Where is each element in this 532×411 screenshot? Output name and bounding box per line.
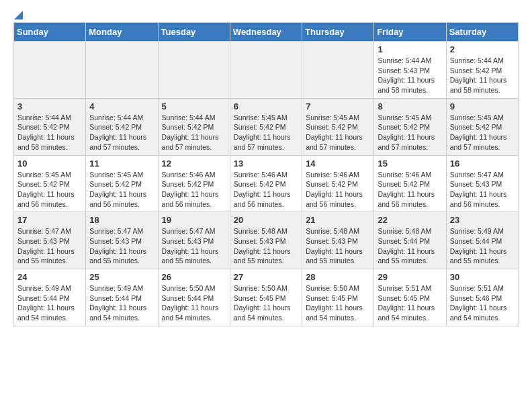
day-cell: 17Sunrise: 5:47 AM Sunset: 5:43 PM Dayli… [14,212,86,269]
week-row-3: 10Sunrise: 5:45 AM Sunset: 5:42 PM Dayli… [14,155,519,212]
weekday-header-friday: Friday [374,23,446,42]
weekday-header-tuesday: Tuesday [158,23,230,42]
day-cell: 7Sunrise: 5:45 AM Sunset: 5:42 PM Daylig… [302,98,374,155]
weekday-header-sunday: Sunday [14,23,86,42]
day-number: 2 [450,44,515,54]
day-number: 23 [450,215,515,225]
week-row-4: 17Sunrise: 5:47 AM Sunset: 5:43 PM Dayli… [14,212,519,269]
day-info: Sunrise: 5:50 AM Sunset: 5:44 PM Dayligh… [162,283,226,323]
day-cell: 27Sunrise: 5:50 AM Sunset: 5:45 PM Dayli… [230,269,302,326]
day-number: 19 [162,215,226,225]
day-cell: 6Sunrise: 5:45 AM Sunset: 5:42 PM Daylig… [230,98,302,155]
day-info: Sunrise: 5:49 AM Sunset: 5:44 PM Dayligh… [17,283,82,323]
day-cell: 20Sunrise: 5:48 AM Sunset: 5:43 PM Dayli… [230,212,302,269]
day-number: 24 [17,272,82,282]
week-row-1: 1Sunrise: 5:44 AM Sunset: 5:43 PM Daylig… [14,42,519,99]
day-info: Sunrise: 5:45 AM Sunset: 5:42 PM Dayligh… [450,113,515,152]
day-number: 18 [89,215,154,225]
day-number: 6 [234,101,298,111]
day-info: Sunrise: 5:46 AM Sunset: 5:42 PM Dayligh… [234,170,298,210]
day-info: Sunrise: 5:47 AM Sunset: 5:43 PM Dayligh… [89,226,154,266]
day-cell: 30Sunrise: 5:51 AM Sunset: 5:46 PM Dayli… [446,269,518,326]
day-cell: 24Sunrise: 5:49 AM Sunset: 5:44 PM Dayli… [14,269,86,326]
weekday-header-thursday: Thursday [302,23,374,42]
day-cell: 16Sunrise: 5:47 AM Sunset: 5:43 PM Dayli… [446,155,518,212]
day-cell: 23Sunrise: 5:49 AM Sunset: 5:44 PM Dayli… [446,212,518,269]
day-info: Sunrise: 5:49 AM Sunset: 5:44 PM Dayligh… [450,226,515,266]
day-info: Sunrise: 5:44 AM Sunset: 5:42 PM Dayligh… [17,113,82,152]
day-cell: 29Sunrise: 5:51 AM Sunset: 5:45 PM Dayli… [374,269,446,326]
day-number: 15 [378,158,442,169]
day-cell: 15Sunrise: 5:46 AM Sunset: 5:42 PM Dayli… [374,155,446,212]
day-info: Sunrise: 5:44 AM Sunset: 5:43 PM Dayligh… [378,56,442,95]
weekday-header-monday: Monday [86,23,158,42]
weekday-header-saturday: Saturday [446,23,518,42]
day-number: 21 [306,215,370,225]
day-number: 4 [89,101,154,111]
day-number: 12 [162,158,226,169]
day-number: 8 [378,101,442,111]
day-number: 1 [378,44,442,54]
day-cell: 9Sunrise: 5:45 AM Sunset: 5:42 PM Daylig… [446,98,518,155]
day-number: 29 [378,272,442,282]
day-cell [14,42,86,99]
day-cell: 5Sunrise: 5:44 AM Sunset: 5:42 PM Daylig… [158,98,230,155]
day-info: Sunrise: 5:45 AM Sunset: 5:42 PM Dayligh… [378,113,442,152]
week-row-2: 3Sunrise: 5:44 AM Sunset: 5:42 PM Daylig… [14,98,519,155]
day-number: 27 [234,272,298,282]
day-info: Sunrise: 5:48 AM Sunset: 5:43 PM Dayligh… [306,226,370,266]
day-cell: 11Sunrise: 5:45 AM Sunset: 5:42 PM Dayli… [86,155,158,212]
day-info: Sunrise: 5:47 AM Sunset: 5:43 PM Dayligh… [17,226,82,266]
day-cell: 14Sunrise: 5:46 AM Sunset: 5:42 PM Dayli… [302,155,374,212]
day-cell: 18Sunrise: 5:47 AM Sunset: 5:43 PM Dayli… [86,212,158,269]
day-number: 22 [378,215,442,225]
day-info: Sunrise: 5:51 AM Sunset: 5:45 PM Dayligh… [378,283,442,323]
day-number: 11 [89,158,154,169]
day-number: 28 [306,272,370,282]
day-number: 26 [162,272,226,282]
day-info: Sunrise: 5:48 AM Sunset: 5:43 PM Dayligh… [234,226,298,266]
day-cell [158,42,230,99]
day-info: Sunrise: 5:46 AM Sunset: 5:42 PM Dayligh… [162,170,226,210]
day-info: Sunrise: 5:45 AM Sunset: 5:42 PM Dayligh… [17,170,82,210]
logo-arrow-icon [14,11,23,19]
day-info: Sunrise: 5:47 AM Sunset: 5:43 PM Dayligh… [450,170,515,210]
day-number: 7 [306,101,370,111]
day-cell: 1Sunrise: 5:44 AM Sunset: 5:43 PM Daylig… [374,42,446,99]
weekday-header-wednesday: Wednesday [230,23,302,42]
day-info: Sunrise: 5:45 AM Sunset: 5:42 PM Dayligh… [89,170,154,210]
day-number: 3 [17,101,82,111]
weekday-header-row: SundayMondayTuesdayWednesdayThursdayFrid… [14,23,519,42]
day-cell [302,42,374,99]
day-number: 5 [162,101,226,111]
day-info: Sunrise: 5:44 AM Sunset: 5:42 PM Dayligh… [89,113,154,152]
day-number: 20 [234,215,298,225]
day-info: Sunrise: 5:48 AM Sunset: 5:44 PM Dayligh… [378,226,442,266]
day-info: Sunrise: 5:45 AM Sunset: 5:42 PM Dayligh… [306,113,370,152]
day-info: Sunrise: 5:50 AM Sunset: 5:45 PM Dayligh… [306,283,370,323]
day-info: Sunrise: 5:50 AM Sunset: 5:45 PM Dayligh… [234,283,298,323]
day-info: Sunrise: 5:44 AM Sunset: 5:42 PM Dayligh… [162,113,226,152]
day-cell: 28Sunrise: 5:50 AM Sunset: 5:45 PM Dayli… [302,269,374,326]
day-cell: 10Sunrise: 5:45 AM Sunset: 5:42 PM Dayli… [14,155,86,212]
day-cell: 2Sunrise: 5:44 AM Sunset: 5:42 PM Daylig… [446,42,518,99]
day-number: 13 [234,158,298,169]
day-number: 25 [89,272,154,282]
day-cell: 4Sunrise: 5:44 AM Sunset: 5:42 PM Daylig… [86,98,158,155]
page: SundayMondayTuesdayWednesdayThursdayFrid… [0,0,532,337]
day-number: 9 [450,101,515,111]
day-cell: 13Sunrise: 5:46 AM Sunset: 5:42 PM Dayli… [230,155,302,212]
calendar-table: SundayMondayTuesdayWednesdayThursdayFrid… [13,22,519,326]
day-info: Sunrise: 5:44 AM Sunset: 5:42 PM Dayligh… [450,56,515,95]
logo [13,11,23,15]
day-cell [86,42,158,99]
day-number: 30 [450,272,515,282]
day-cell: 3Sunrise: 5:44 AM Sunset: 5:42 PM Daylig… [14,98,86,155]
day-info: Sunrise: 5:46 AM Sunset: 5:42 PM Dayligh… [306,170,370,210]
day-cell: 12Sunrise: 5:46 AM Sunset: 5:42 PM Dayli… [158,155,230,212]
day-cell: 26Sunrise: 5:50 AM Sunset: 5:44 PM Dayli… [158,269,230,326]
day-cell [230,42,302,99]
day-info: Sunrise: 5:51 AM Sunset: 5:46 PM Dayligh… [450,283,515,323]
week-row-5: 24Sunrise: 5:49 AM Sunset: 5:44 PM Dayli… [14,269,519,326]
day-cell: 19Sunrise: 5:47 AM Sunset: 5:43 PM Dayli… [158,212,230,269]
